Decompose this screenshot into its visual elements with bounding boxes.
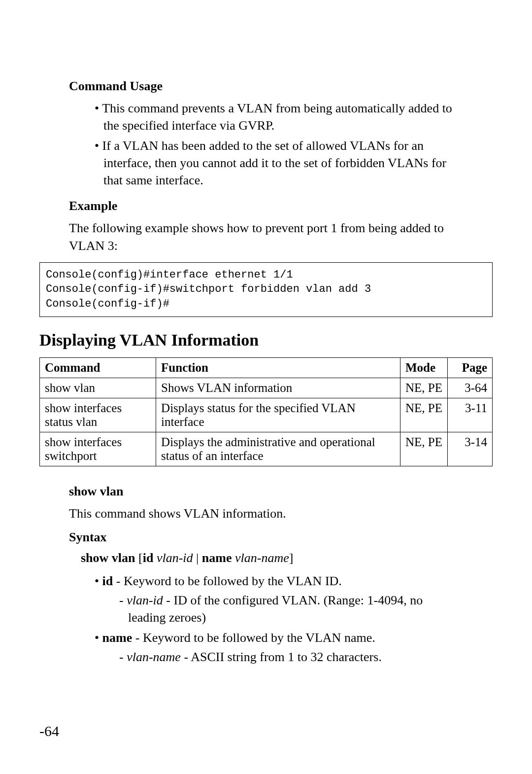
- table-header-function: Function: [156, 357, 400, 378]
- syntax-sep: |: [196, 551, 199, 565]
- syntax-bullet-name: name - Keyword to be followed by the VLA…: [89, 629, 463, 666]
- heading-example: Example: [69, 199, 463, 213]
- syntax-id-text: - Keyword to be followed by the VLAN ID.: [113, 574, 342, 588]
- table-cell-page: 3-14: [448, 432, 493, 466]
- syntax-id-sub-arg: vlan-id: [127, 593, 163, 607]
- syntax-bracket: [: [138, 551, 143, 565]
- heading-command-usage: Command Usage: [69, 79, 463, 94]
- syntax-id-sublist: vlan-id - ID of the configured VLAN. (Ra…: [103, 592, 463, 626]
- page-number: -64: [39, 723, 59, 739]
- table-row: show vlan Shows VLAN information NE, PE …: [40, 378, 493, 398]
- syntax-id-label: id: [102, 574, 113, 588]
- table-header-mode: Mode: [400, 357, 448, 378]
- table-cell-function: Displays status for the specified VLAN i…: [156, 398, 400, 432]
- heading-show-vlan: show vlan: [69, 484, 463, 499]
- syntax-name-sub: vlan-name - ASCII string from 1 to 32 ch…: [103, 648, 463, 666]
- syntax-arg-vlan-id: vlan-id: [157, 551, 193, 565]
- table-cell-page: 3-11: [448, 398, 493, 432]
- table-cell-function: Shows VLAN information: [156, 378, 400, 398]
- usage-bullet-item: This command prevents a VLAN from being …: [89, 100, 463, 134]
- heading-syntax: Syntax: [69, 530, 463, 545]
- syntax-keyword-id: id: [143, 551, 154, 565]
- syntax-bullets: id - Keyword to be followed by the VLAN …: [69, 572, 463, 666]
- syntax-bracket: ]: [289, 551, 294, 565]
- table-cell-page: 3-64: [448, 378, 493, 398]
- table-cell-mode: NE, PE: [400, 378, 448, 398]
- section-title: Displaying VLAN Information: [39, 331, 493, 350]
- code-block: Console(config)#interface ethernet 1/1 C…: [39, 262, 493, 317]
- show-vlan-desc: This command shows VLAN information.: [69, 505, 463, 522]
- syntax-name-sub-arg: vlan-name: [127, 650, 181, 664]
- usage-bullet-list: This command prevents a VLAN from being …: [69, 100, 463, 189]
- table-cell-command: show interfaces status vlan: [40, 398, 156, 432]
- syntax-bullet-id: id - Keyword to be followed by the VLAN …: [89, 572, 463, 626]
- table-header-command: Command: [40, 357, 156, 378]
- syntax-name-sub-text: - ASCII string from 1 to 32 characters.: [181, 650, 382, 664]
- table-cell-mode: NE, PE: [400, 432, 448, 466]
- table-cell-mode: NE, PE: [400, 398, 448, 432]
- syntax-name-text: - Keyword to be followed by the VLAN nam…: [132, 631, 375, 645]
- syntax-name-sublist: vlan-name - ASCII string from 1 to 32 ch…: [103, 648, 463, 666]
- usage-bullet-item: If a VLAN has been added to the set of a…: [89, 137, 463, 189]
- syntax-name-label: name: [102, 631, 133, 645]
- table-header-page: Page: [448, 357, 493, 378]
- table-cell-function: Displays the administrative and operatio…: [156, 432, 400, 466]
- table-row: show interfaces switchport Displays the …: [40, 432, 493, 466]
- syntax-line: show vlan [id vlan-id | name vlan-name]: [81, 551, 463, 565]
- table-row: show interfaces status vlan Displays sta…: [40, 398, 493, 432]
- syntax-keyword-name: name: [202, 551, 232, 565]
- table-cell-command: show vlan: [40, 378, 156, 398]
- command-table: Command Function Mode Page show vlan Sho…: [39, 357, 493, 466]
- table-cell-command: show interfaces switchport: [40, 432, 156, 466]
- syntax-arg-vlan-name: vlan-name: [235, 551, 289, 565]
- syntax-cmd: show vlan: [81, 551, 135, 565]
- example-intro-text: The following example shows how to preve…: [69, 219, 463, 254]
- syntax-id-sub: vlan-id - ID of the configured VLAN. (Ra…: [103, 592, 463, 626]
- syntax-id-sub-text: - ID of the configured VLAN. (Range: 1-4…: [128, 593, 423, 625]
